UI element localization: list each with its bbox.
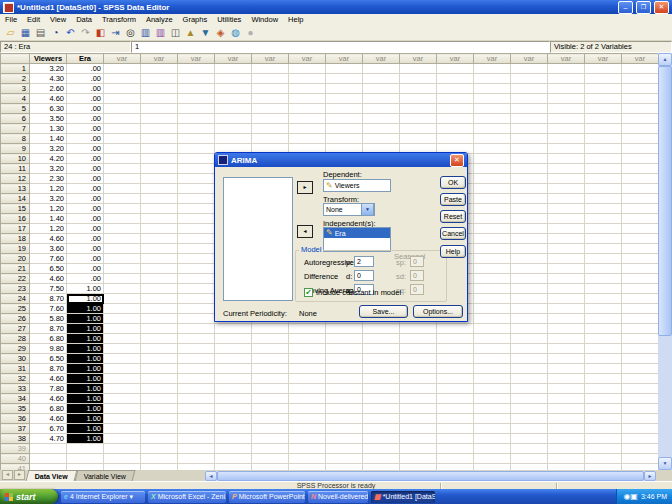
cell-var[interactable] <box>585 174 622 184</box>
cell-var[interactable] <box>178 84 215 94</box>
cell-viewers[interactable]: 6.50 <box>30 264 67 274</box>
cell-var[interactable] <box>437 114 474 124</box>
cell-var[interactable] <box>104 414 141 424</box>
cell-var[interactable] <box>474 134 511 144</box>
cell-var[interactable] <box>178 154 215 164</box>
cell-var[interactable] <box>511 264 548 274</box>
cell-var[interactable] <box>363 434 400 444</box>
cell-var[interactable] <box>622 144 659 154</box>
cell-var[interactable] <box>289 374 326 384</box>
cell-var[interactable] <box>104 264 141 274</box>
cell-var[interactable] <box>585 354 622 364</box>
cell-var[interactable] <box>622 234 659 244</box>
cell-var[interactable] <box>104 224 141 234</box>
cell-var[interactable] <box>585 374 622 384</box>
cell-var[interactable] <box>474 244 511 254</box>
cell-var[interactable] <box>474 424 511 434</box>
cell-var[interactable] <box>548 194 585 204</box>
cell-var[interactable] <box>437 344 474 354</box>
row-header[interactable]: 1 <box>1 64 30 74</box>
cell-var[interactable] <box>363 354 400 364</box>
start-button[interactable]: start <box>0 489 58 504</box>
cell-var[interactable] <box>252 454 289 464</box>
cell-var[interactable] <box>178 294 215 304</box>
cell-var[interactable] <box>585 294 622 304</box>
cell-var[interactable] <box>474 254 511 264</box>
model-param-field[interactable]: 0 <box>354 270 374 281</box>
cell-var[interactable] <box>326 414 363 424</box>
cell-var[interactable] <box>511 154 548 164</box>
cell-var[interactable] <box>474 64 511 74</box>
cell-viewers[interactable]: 3.50 <box>30 114 67 124</box>
cell-var[interactable] <box>215 364 252 374</box>
cell-var[interactable] <box>622 254 659 264</box>
cell-var[interactable] <box>585 74 622 84</box>
scroll-left-icon[interactable]: ◄ <box>205 471 217 481</box>
cell-var[interactable] <box>511 284 548 294</box>
cell-var[interactable] <box>511 394 548 404</box>
cell-var[interactable] <box>215 374 252 384</box>
cell-viewers[interactable]: 6.80 <box>30 334 67 344</box>
cell-var[interactable] <box>141 354 178 364</box>
cell-era[interactable]: .00 <box>67 254 104 264</box>
cell-var[interactable] <box>622 214 659 224</box>
cell-var[interactable] <box>363 334 400 344</box>
cell-var[interactable] <box>215 324 252 334</box>
cell-var[interactable] <box>215 414 252 424</box>
cell-var[interactable] <box>141 274 178 284</box>
cell-var[interactable] <box>178 244 215 254</box>
cell-var[interactable] <box>437 444 474 454</box>
cell-var[interactable] <box>326 374 363 384</box>
cell-var[interactable] <box>511 104 548 114</box>
cell-var[interactable] <box>548 154 585 164</box>
cell-var[interactable] <box>104 114 141 124</box>
cell-var[interactable] <box>178 104 215 114</box>
cell-var[interactable] <box>289 404 326 414</box>
cell-var[interactable] <box>511 134 548 144</box>
cell-var[interactable] <box>104 254 141 264</box>
cell-era[interactable]: .00 <box>67 104 104 114</box>
menu-help[interactable]: Help <box>283 15 308 24</box>
column-header-var[interactable]: var <box>252 54 289 64</box>
cell-var[interactable] <box>548 434 585 444</box>
cell-var[interactable] <box>104 294 141 304</box>
cell-var[interactable] <box>252 414 289 424</box>
cell-var[interactable] <box>474 164 511 174</box>
cell-var[interactable] <box>585 254 622 264</box>
cell-var[interactable] <box>585 314 622 324</box>
cell-var[interactable] <box>141 214 178 224</box>
cell-era[interactable]: .00 <box>67 234 104 244</box>
cell-var[interactable] <box>548 304 585 314</box>
cell-var[interactable] <box>511 354 548 364</box>
cell-era[interactable]: .00 <box>67 154 104 164</box>
print-icon[interactable]: ▤ <box>34 26 47 39</box>
cell-var[interactable] <box>141 134 178 144</box>
cell-var[interactable] <box>104 84 141 94</box>
cell-var[interactable] <box>400 434 437 444</box>
menu-file[interactable]: File <box>0 15 22 24</box>
row-header[interactable]: 32 <box>1 374 30 384</box>
cell-var[interactable] <box>511 434 548 444</box>
cell-var[interactable] <box>548 254 585 264</box>
cell-var[interactable] <box>400 84 437 94</box>
cell-viewers[interactable]: 7.60 <box>30 254 67 264</box>
cell-var[interactable] <box>548 184 585 194</box>
cell-var[interactable] <box>141 304 178 314</box>
cell-var[interactable] <box>289 434 326 444</box>
cell-viewers[interactable]: 4.60 <box>30 94 67 104</box>
cell-var[interactable] <box>104 434 141 444</box>
cell-var[interactable] <box>178 384 215 394</box>
row-header[interactable]: 34 <box>1 394 30 404</box>
cell-var[interactable] <box>141 74 178 84</box>
cell-var[interactable] <box>437 94 474 104</box>
cell-var[interactable] <box>178 234 215 244</box>
cell-var[interactable] <box>400 334 437 344</box>
cell-var[interactable] <box>585 64 622 74</box>
cell-var[interactable] <box>548 214 585 224</box>
cell-var[interactable] <box>326 364 363 374</box>
cell-var[interactable] <box>400 394 437 404</box>
cell-var[interactable] <box>289 324 326 334</box>
cell-var[interactable] <box>178 354 215 364</box>
cell-var[interactable] <box>548 174 585 184</box>
cell-var[interactable] <box>289 114 326 124</box>
